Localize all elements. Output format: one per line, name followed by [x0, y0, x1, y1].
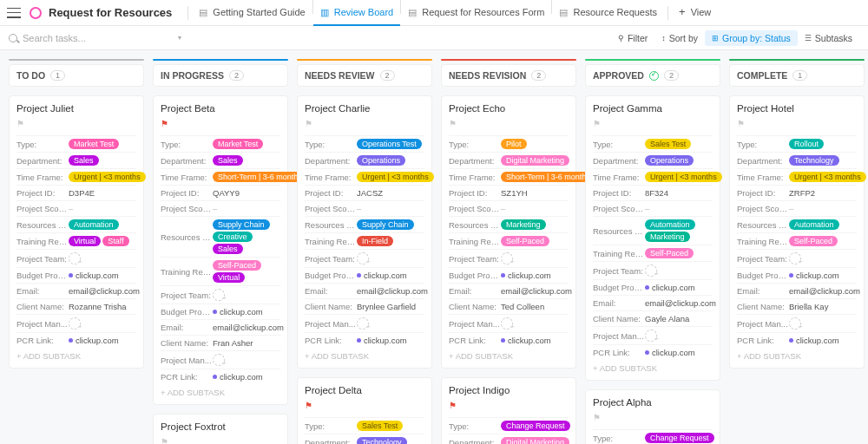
column-header[interactable]: NEEDS REVISION2: [441, 64, 576, 87]
task-card[interactable]: Project Alpha⚑Type:Change Request: [585, 389, 720, 444]
link[interactable]: clickup.com: [69, 336, 119, 345]
tab-getting-started-guide[interactable]: ▤Getting Started Guide: [192, 0, 312, 26]
chevron-down-icon[interactable]: ▾: [178, 34, 181, 42]
add-view-button[interactable]: +View: [672, 0, 718, 26]
field-row: Type:Rollout: [737, 135, 857, 152]
column-header[interactable]: IN PROGRESS2: [153, 64, 288, 87]
add-subtask-button[interactable]: + ADD SUBTASK: [305, 348, 424, 361]
tag: Creative: [213, 232, 253, 242]
tag: Virtual: [213, 272, 245, 283]
assignee-avatar[interactable]: [501, 317, 513, 330]
tag: Automation: [789, 219, 839, 230]
link[interactable]: clickup.com: [213, 307, 263, 317]
add-subtask-button[interactable]: + ADD SUBTASK: [737, 348, 857, 361]
link[interactable]: clickup.com: [645, 283, 695, 292]
column-header[interactable]: NEEDS REVIEW2: [297, 64, 432, 87]
link[interactable]: clickup.com: [789, 271, 839, 280]
tab-resource-requests[interactable]: ▤Resource Requests: [552, 0, 664, 26]
add-subtask-button[interactable]: + ADD SUBTASK: [161, 384, 280, 397]
tag: Automation: [645, 219, 695, 230]
menu-icon[interactable]: [7, 8, 21, 18]
tag: Sales: [69, 155, 99, 166]
link[interactable]: clickup.com: [357, 336, 407, 345]
field-row: Project Team:: [737, 249, 857, 267]
search-input[interactable]: Search tasks... ▾: [9, 33, 181, 43]
link[interactable]: clickup.com: [501, 271, 551, 280]
field-row: Project Man...: [16, 314, 136, 332]
tag: Virtual: [69, 236, 101, 246]
tag: Self-Paced: [789, 236, 838, 246]
task-card[interactable]: Project Juliet⚑Type:Market TestDepartmen…: [9, 95, 144, 369]
filter-button[interactable]: ⚲Filter: [611, 30, 654, 46]
priority-flag-icon[interactable]: ⚑: [593, 413, 713, 422]
assignee-avatar[interactable]: [645, 264, 657, 277]
link[interactable]: clickup.com: [789, 336, 839, 345]
priority-flag-icon[interactable]: ⚑: [305, 119, 424, 128]
task-card[interactable]: Project Foxtrot⚑Type:Rollout: [153, 414, 288, 444]
field-row: Budget Prop...clickup.com: [737, 267, 857, 283]
tag: Sales: [213, 244, 243, 254]
tab-review-board[interactable]: ▥Review Board: [313, 0, 400, 26]
tag: Sales: [213, 155, 243, 166]
link[interactable]: clickup.com: [213, 372, 263, 382]
task-card[interactable]: Project Hotel⚑Type:RolloutDepartment:Tec…: [729, 95, 865, 369]
field-row: Training Reqs:Self-Paced: [737, 232, 857, 249]
field-row: Type:Market Test: [161, 135, 280, 152]
priority-flag-icon[interactable]: ⚑: [16, 119, 136, 128]
assignee-avatar[interactable]: [213, 289, 225, 301]
link[interactable]: clickup.com: [357, 271, 407, 280]
card-title: Project Foxtrot: [161, 421, 280, 432]
top-bar: Request for Resources ▤Getting Started G…: [0, 0, 868, 26]
assignee-avatar[interactable]: [69, 317, 81, 330]
tag: Rollout: [789, 139, 824, 149]
link[interactable]: clickup.com: [501, 336, 551, 345]
add-subtask-button[interactable]: + ADD SUBTASK: [16, 348, 136, 361]
priority-flag-icon[interactable]: ⚑: [593, 119, 713, 128]
tab-request-for-resources-form[interactable]: ▤Request for Resources Form: [401, 0, 551, 26]
assignee-avatar[interactable]: [789, 252, 801, 264]
assignee-avatar[interactable]: [357, 252, 369, 264]
field-row: Project ID:SZ1YH: [449, 185, 569, 200]
priority-flag-icon[interactable]: ⚑: [737, 119, 857, 128]
field-row: Type:Change Request: [449, 417, 569, 434]
assignee-avatar[interactable]: [501, 252, 513, 264]
priority-flag-icon[interactable]: ⚑: [449, 119, 569, 128]
field-row: Department:Technology: [305, 434, 424, 444]
sort-button[interactable]: ↕Sort by: [654, 30, 705, 46]
task-card[interactable]: Project Indigo⚑Type:Change RequestDepart…: [441, 377, 576, 444]
field-row: Training Reqs:Self-PacedVirtual: [161, 257, 280, 285]
task-card[interactable]: Project Beta⚑Type:Market TestDepartment:…: [153, 95, 288, 405]
field-row: Client Name:Brynlee Garfield: [305, 298, 424, 314]
column-header[interactable]: TO DO1: [9, 64, 144, 87]
field-row: PCR Link:clickup.com: [593, 344, 713, 360]
add-subtask-button[interactable]: + ADD SUBTASK: [593, 360, 713, 373]
add-subtask-button[interactable]: + ADD SUBTASK: [449, 348, 569, 361]
tag: Pilot: [501, 139, 527, 149]
priority-flag-icon[interactable]: ⚑: [161, 119, 280, 128]
task-card[interactable]: Project Charlie⚑Type:Operations TestDepa…: [297, 95, 432, 369]
kanban-board: TO DO1Project Juliet⚑Type:Market TestDep…: [0, 50, 868, 444]
task-card[interactable]: Project Gamma⚑Type:Sales TestDepartment:…: [585, 95, 720, 381]
field-row: Project Team:: [305, 249, 424, 267]
card-title: Project Alpha: [593, 397, 713, 408]
priority-flag-icon[interactable]: ⚑: [161, 437, 280, 444]
task-card[interactable]: Project Echo⚑Type:PilotDepartment:Digita…: [441, 95, 576, 369]
column-header[interactable]: COMPLETE1: [729, 64, 865, 87]
column-header[interactable]: APPROVED2: [585, 64, 720, 87]
subtasks-button[interactable]: ☰Subtasks: [798, 30, 859, 46]
filter-icon: ⚲: [618, 34, 624, 42]
assignee-avatar[interactable]: [789, 317, 801, 330]
field-row: Department:Digital Marketing: [449, 434, 569, 444]
assignee-avatar[interactable]: [357, 317, 369, 330]
card-title: Project Delta: [305, 385, 424, 395]
assignee-avatar[interactable]: [69, 252, 81, 264]
task-card[interactable]: Project Delta⚑Type:Sales TestDepartment:…: [297, 377, 432, 444]
link[interactable]: clickup.com: [69, 271, 119, 280]
field-row: Project Man...: [449, 314, 569, 332]
link[interactable]: clickup.com: [645, 348, 695, 357]
priority-flag-icon[interactable]: ⚑: [305, 401, 424, 410]
priority-flag-icon[interactable]: ⚑: [449, 401, 569, 410]
group-by-button[interactable]: ⊞Group by: Status: [705, 30, 798, 46]
assignee-avatar[interactable]: [645, 330, 657, 342]
assignee-avatar[interactable]: [213, 354, 225, 366]
